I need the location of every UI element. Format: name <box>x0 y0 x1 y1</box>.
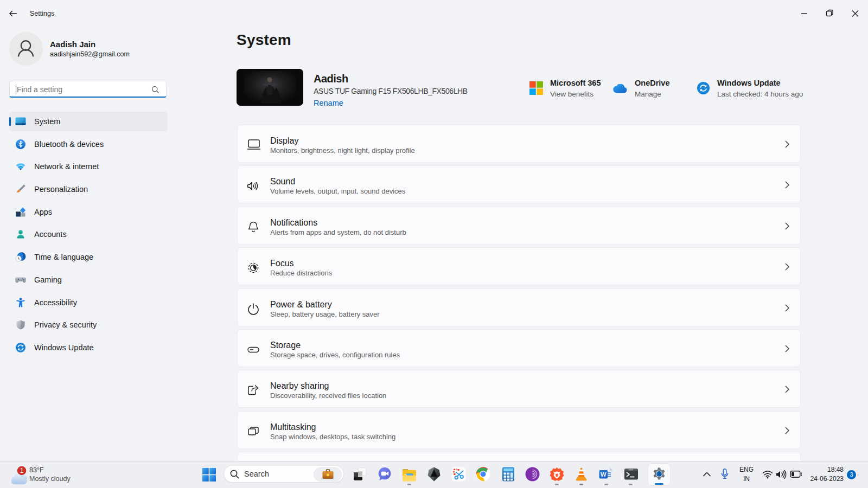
svg-text:1: 1 <box>20 467 24 474</box>
svg-text:W: W <box>601 471 607 478</box>
